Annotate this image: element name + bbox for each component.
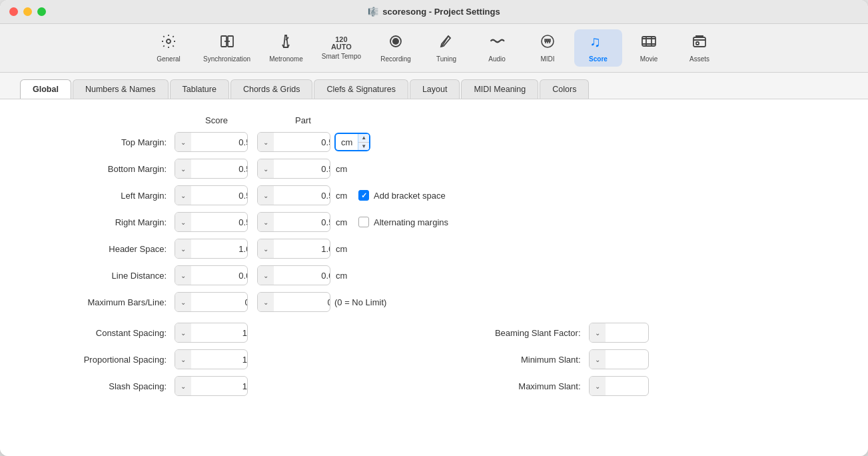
- stepper-bottom-margin-part[interactable]: ⌄ ⌃: [257, 159, 330, 179]
- value-beaming-slant[interactable]: [606, 328, 649, 338]
- stepper-down-header-score[interactable]: ⌄: [175, 239, 191, 258]
- toolbar-item-midi[interactable]: MIDI: [524, 29, 572, 67]
- stepper-max-slant[interactable]: ⌄ ⌃: [589, 376, 649, 396]
- stepper-down-left-margin-part[interactable]: ⌄: [258, 186, 274, 205]
- row-slash-spacing: Slash Spacing: ⌄ ⌃: [27, 376, 421, 396]
- stepper-down-bottom-margin-score[interactable]: ⌄: [175, 159, 191, 178]
- toolbar-item-assets[interactable]: Assets: [675, 29, 723, 67]
- gear-icon: [161, 33, 177, 53]
- stepper-right-margin-score[interactable]: ⌄ ⌃: [175, 212, 248, 232]
- value-bottom-margin-score[interactable]: [191, 164, 248, 174]
- stepper-down-max-bars-score[interactable]: ⌄: [175, 293, 191, 311]
- value-slash-spacing[interactable]: [191, 381, 248, 391]
- stepper-slash-spacing[interactable]: ⌄ ⌃: [175, 376, 248, 396]
- value-bottom-margin-part[interactable]: [274, 164, 330, 174]
- stepper-down-constant[interactable]: ⌄: [175, 323, 191, 342]
- stepper-header-space-part[interactable]: ⌄ ⌃: [257, 239, 330, 259]
- value-proportional-spacing[interactable]: [191, 355, 248, 365]
- stepper-down-proportional[interactable]: ⌄: [175, 350, 191, 369]
- toolbar-item-score[interactable]: ♫ Score: [574, 29, 622, 67]
- value-max-slant[interactable]: [606, 381, 649, 391]
- value-header-space-score[interactable]: [191, 244, 248, 254]
- unit-up-arrow[interactable]: ▲: [358, 134, 369, 143]
- svg-marker-3: [284, 35, 288, 47]
- stepper-min-slant[interactable]: ⌄ ⌃: [589, 349, 649, 369]
- stepper-bottom-margin-score[interactable]: ⌄ ⌃: [175, 159, 248, 179]
- stepper-max-bars-part[interactable]: ⌄ ⌃: [257, 292, 330, 312]
- stepper-max-bars-score[interactable]: ⌄ ⌃: [175, 292, 248, 312]
- value-line-dist-score[interactable]: [191, 271, 248, 281]
- stepper-down-max-slant[interactable]: ⌄: [590, 377, 606, 395]
- toolbar-item-smart-tempo[interactable]: 120AUTO Smart Tempo: [314, 32, 369, 64]
- toolbar-item-sync[interactable]: Synchronization: [195, 29, 258, 67]
- minimize-button[interactable]: [23, 7, 32, 16]
- svg-point-6: [392, 38, 399, 45]
- stepper-header-space-score[interactable]: ⌄ ⌃: [175, 239, 248, 259]
- stepper-proportional-spacing[interactable]: ⌄ ⌃: [175, 349, 248, 369]
- stepper-down-right-margin-part[interactable]: ⌄: [258, 213, 274, 231]
- row-header-space: Header Space: ⌄ ⌃ ⌄ ⌃ cm: [27, 239, 841, 259]
- stepper-top-margin-score[interactable]: ⌄ ⌃: [175, 132, 248, 152]
- tab-colors[interactable]: Colors: [540, 79, 589, 99]
- value-constant-spacing[interactable]: [191, 328, 248, 338]
- stepper-down-right-margin-score[interactable]: ⌄: [175, 213, 191, 231]
- stepper-line-dist-part[interactable]: ⌄ ⌃: [257, 265, 330, 285]
- stepper-constant-spacing[interactable]: ⌄ ⌃: [175, 323, 248, 343]
- stepper-down-bottom-margin-part[interactable]: ⌄: [258, 159, 274, 178]
- tab-tablature[interactable]: Tablature: [170, 79, 229, 99]
- stepper-down-top-margin-part[interactable]: ⌄: [258, 133, 274, 151]
- tab-midi-meaning[interactable]: MIDI Meaning: [461, 79, 538, 99]
- stepper-down-beaming[interactable]: ⌄: [590, 323, 606, 342]
- stepper-down-max-bars-part[interactable]: ⌄: [258, 293, 274, 311]
- toolbar-label-sync: Synchronization: [203, 55, 250, 63]
- value-header-space-part[interactable]: [274, 244, 330, 254]
- audio-icon: [489, 33, 505, 53]
- toolbar-item-movie[interactable]: Movie: [625, 29, 673, 67]
- toolbar-item-general[interactable]: General: [145, 29, 193, 67]
- toolbar-item-recording[interactable]: Recording: [372, 29, 420, 67]
- value-max-bars-part[interactable]: [274, 297, 330, 307]
- maximize-button[interactable]: [37, 7, 46, 16]
- unit-cm-right: cm: [336, 217, 349, 227]
- stepper-down-slash[interactable]: ⌄: [175, 377, 191, 395]
- add-bracket-space-checkbox[interactable]: [358, 190, 369, 201]
- stepper-down-top-margin-score[interactable]: ⌄: [175, 133, 191, 151]
- value-right-margin-part[interactable]: [274, 217, 330, 227]
- tab-numbers-names[interactable]: Numbers & Names: [73, 79, 169, 99]
- tab-layout[interactable]: Layout: [410, 79, 460, 99]
- stepper-left-margin-score[interactable]: ⌄ ⌃: [175, 185, 248, 205]
- stepper-line-dist-score[interactable]: ⌄ ⌃: [175, 265, 248, 285]
- value-min-slant[interactable]: [606, 355, 649, 365]
- stepper-down-header-part[interactable]: ⌄: [258, 239, 274, 258]
- value-top-margin-part[interactable]: [274, 137, 330, 147]
- stepper-beaming-slant[interactable]: ⌄ ⌃: [589, 323, 649, 343]
- unit-selector[interactable]: cm ▲ ▼: [334, 133, 370, 151]
- tab-chords-grids[interactable]: Chords & Grids: [230, 79, 312, 99]
- value-line-dist-part[interactable]: [274, 271, 330, 281]
- toolbar-item-tuning[interactable]: Tuning: [422, 29, 470, 67]
- alternating-margins-checkbox[interactable]: [358, 217, 369, 227]
- value-top-margin-score[interactable]: [191, 137, 248, 147]
- stepper-down-left-margin-score[interactable]: ⌄: [175, 186, 191, 205]
- toolbar-item-audio[interactable]: Audio: [473, 29, 521, 67]
- label-bottom-margin: Bottom Margin:: [27, 164, 167, 174]
- score-icon: ♫: [590, 33, 607, 53]
- stepper-down-line-score[interactable]: ⌄: [175, 266, 191, 285]
- stepper-top-margin-part[interactable]: ⌄ ⌃: [257, 132, 330, 152]
- stepper-right-margin-part[interactable]: ⌄ ⌃: [257, 212, 330, 232]
- label-max-slant: Maximum Slant:: [448, 381, 581, 391]
- value-left-margin-score[interactable]: [191, 191, 248, 201]
- tab-clefs-signatures[interactable]: Clefs & Signatures: [314, 79, 408, 99]
- tab-global[interactable]: Global: [20, 79, 71, 99]
- value-left-margin-part[interactable]: [274, 191, 330, 201]
- toolbar-item-metro[interactable]: Metronome: [261, 29, 311, 67]
- stepper-down-line-part[interactable]: ⌄: [258, 266, 274, 285]
- unit-down-arrow[interactable]: ▼: [358, 143, 369, 151]
- close-button[interactable]: [9, 7, 18, 16]
- stepper-down-min-slant[interactable]: ⌄: [590, 350, 606, 369]
- toolbar-label-metro: Metronome: [269, 55, 303, 63]
- value-right-margin-score[interactable]: [191, 217, 248, 227]
- sync-icon: [219, 33, 235, 53]
- stepper-left-margin-part[interactable]: ⌄ ⌃: [257, 185, 330, 205]
- value-max-bars-score[interactable]: [191, 297, 248, 307]
